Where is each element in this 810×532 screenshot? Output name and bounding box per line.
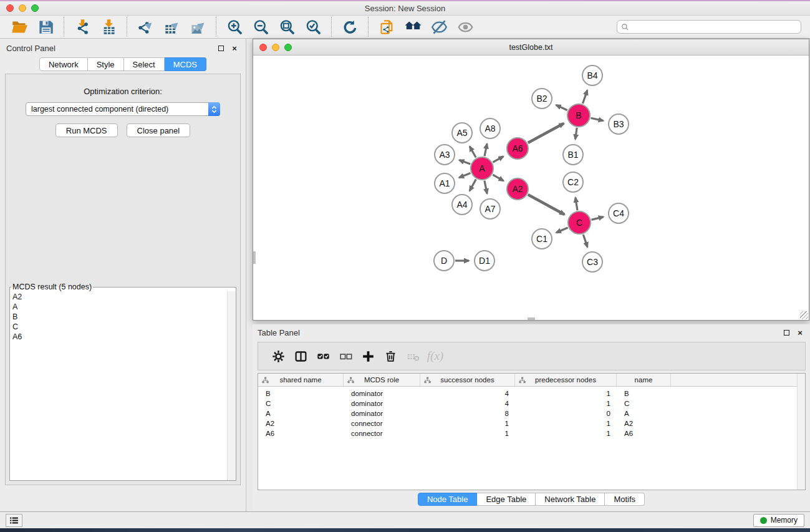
edge-B-B2[interactable] [556, 105, 567, 110]
float-table-panel-icon[interactable] [781, 328, 791, 338]
run-mcds-button[interactable]: Run MCDS [55, 123, 118, 137]
resize-grip[interactable] [800, 311, 808, 319]
graph-node-A3[interactable]: A3 [434, 144, 455, 165]
edge-B-B1[interactable] [576, 128, 577, 139]
network-canvas[interactable]: B4B2BB3B1A5A8A6A3AA1C2A4A7A2C4CC1C3DD1 [253, 56, 809, 320]
memory-button[interactable]: Memory [753, 514, 804, 527]
graph-node-B2[interactable]: B2 [531, 88, 552, 109]
graph-node-C2[interactable]: C2 [562, 172, 584, 193]
table-row[interactable]: A6connector11A6 [258, 428, 805, 438]
column-visibility-icon[interactable] [291, 348, 310, 364]
table-settings-icon[interactable] [269, 348, 287, 364]
column-header-predecessor-nodes[interactable]: predecessor nodes [515, 374, 617, 386]
edge-A-A6[interactable] [493, 157, 503, 162]
export-table-icon[interactable] [161, 17, 182, 36]
table-tab-motifs[interactable]: Motifs [605, 493, 645, 506]
tab-style[interactable]: Style [88, 57, 124, 71]
optimization-criterion-select[interactable]: largest connected component (directed) [26, 102, 220, 116]
edge-A-A1[interactable] [459, 173, 470, 177]
search-field[interactable] [617, 20, 801, 34]
show-panel-icon[interactable] [455, 17, 476, 36]
mcds-result-item[interactable]: A [12, 302, 236, 312]
column-header-shared-name[interactable]: shared name [258, 374, 344, 386]
search-input[interactable] [632, 22, 797, 31]
edge-A-A2[interactable] [493, 175, 503, 181]
table-row[interactable]: Cdominator41C [258, 399, 805, 409]
edge-A-A4[interactable] [470, 180, 476, 191]
edge-C-C1[interactable] [556, 228, 568, 233]
graph-node-B[interactable]: B [567, 104, 591, 127]
zoom-out-icon[interactable] [250, 17, 271, 36]
copy-network-icon[interactable] [376, 17, 397, 36]
edge-A-A5[interactable] [470, 147, 476, 158]
mcds-result-item[interactable]: A2 [12, 292, 236, 302]
column-header-name[interactable]: name [617, 374, 671, 386]
column-header-mcds-role[interactable]: MCDS role [344, 374, 420, 386]
table-tab-node-table[interactable]: Node Table [418, 493, 478, 506]
network-window-titlebar[interactable]: testGlobe.txt [253, 39, 809, 56]
close-panel-icon[interactable]: × [229, 43, 239, 53]
result-scrollbar[interactable] [227, 291, 236, 480]
export-network-icon[interactable] [135, 17, 156, 36]
edge-C-C2[interactable] [576, 198, 577, 211]
table-row[interactable]: Bdominator41B [258, 389, 805, 399]
table-scrollbar[interactable] [797, 374, 805, 490]
graph-node-A2[interactable]: A2 [506, 178, 529, 200]
edge-C-C4[interactable] [591, 217, 603, 220]
graph-node-D[interactable]: D [433, 250, 455, 271]
mcds-result-item[interactable]: B [12, 312, 236, 322]
edge-B-B4[interactable] [583, 90, 587, 104]
import-table-icon[interactable] [98, 17, 119, 36]
task-history-button[interactable] [6, 514, 22, 527]
table-tab-edge-table[interactable]: Edge Table [477, 493, 536, 506]
graph-node-A1[interactable]: A1 [434, 173, 455, 194]
edge-A-A8[interactable] [485, 143, 487, 156]
mcds-result-item[interactable]: A6 [12, 332, 236, 342]
save-session-icon[interactable] [35, 17, 56, 36]
vertical-scrollbar-handle[interactable] [253, 251, 256, 264]
zoom-in-icon[interactable] [224, 17, 245, 36]
table-row[interactable]: Adominator80A [258, 409, 805, 418]
home-icon[interactable] [402, 17, 423, 36]
graph-node-A4[interactable]: A4 [451, 194, 473, 215]
export-image-icon[interactable] [187, 17, 208, 36]
edge-A2-C[interactable] [528, 195, 565, 215]
edge-A6-B[interactable] [528, 123, 564, 143]
open-file-icon[interactable] [9, 17, 30, 36]
titlebar[interactable]: Session: New Session [0, 1, 810, 16]
graph-node-C1[interactable]: C1 [531, 228, 552, 249]
table-tab-network-table[interactable]: Network Table [536, 493, 605, 506]
tab-mcds[interactable]: MCDS [165, 57, 206, 71]
graph-node-C3[interactable]: C3 [582, 251, 603, 273]
zoom-fit-icon[interactable] [276, 17, 297, 36]
hide-panel-icon[interactable] [428, 17, 450, 36]
close-panel-button[interactable]: Close panel [127, 123, 191, 137]
zoom-selected-icon[interactable] [302, 17, 324, 36]
graph-node-D1[interactable]: D1 [474, 250, 495, 271]
graph-node-A[interactable]: A [470, 157, 494, 180]
mcds-result-item[interactable]: C [12, 322, 236, 332]
edge-C-C3[interactable] [583, 235, 587, 247]
refresh-icon[interactable] [339, 17, 360, 36]
graph-node-C4[interactable]: C4 [608, 203, 629, 224]
import-network-icon[interactable] [72, 17, 93, 36]
graph-node-A7[interactable]: A7 [480, 198, 501, 220]
graph-node-C[interactable]: C [567, 211, 591, 235]
graph-node-A6[interactable]: A6 [506, 137, 529, 160]
add-column-icon[interactable] [359, 348, 377, 364]
deselect-all-icon[interactable] [336, 348, 355, 364]
edge-A-A7[interactable] [485, 181, 487, 194]
float-panel-icon[interactable] [216, 43, 226, 53]
graph-node-A8[interactable]: A8 [480, 118, 501, 139]
tab-network[interactable]: Network [39, 57, 88, 71]
delete-column-icon[interactable] [381, 348, 400, 364]
close-table-panel-icon[interactable]: × [795, 328, 805, 338]
column-header-successor-nodes[interactable]: successor nodes [420, 374, 515, 386]
edge-B-B3[interactable] [591, 118, 604, 120]
table-row[interactable]: A2connector11A2 [258, 418, 805, 428]
horizontal-scrollbar-handle[interactable] [528, 317, 535, 320]
edge-A-A3[interactable] [459, 160, 470, 165]
tab-select[interactable]: Select [124, 57, 165, 71]
graph-node-B3[interactable]: B3 [608, 114, 629, 135]
graph-node-B4[interactable]: B4 [582, 65, 603, 86]
